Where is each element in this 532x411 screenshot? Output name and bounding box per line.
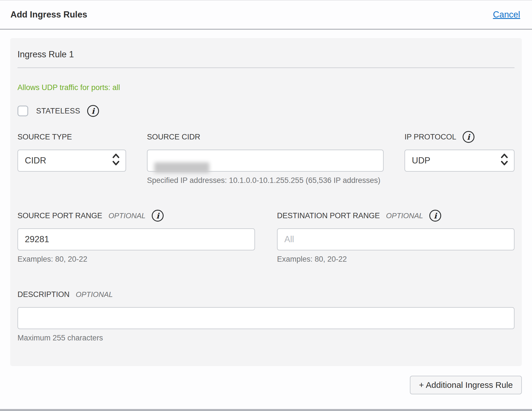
ip-protocol-label: IP PROTOCOL [405,133,456,141]
source-port-input[interactable] [17,228,255,250]
description-helper: Maximum 255 characters [17,334,515,342]
source-cidr-input[interactable] [147,150,384,172]
destination-port-optional-tag: OPTIONAL [386,211,423,220]
destination-port-info-icon[interactable]: i [429,210,441,222]
source-port-info-icon[interactable]: i [152,210,164,222]
source-cidr-label: SOURCE CIDR [147,133,200,141]
ingress-rule-panel: Ingress Rule 1 Allows UDP traffic for po… [10,38,522,366]
stateless-label: STATELESS [36,107,80,115]
description-label: DESCRIPTION [17,290,70,299]
ip-protocol-info-icon[interactable]: i [463,131,474,143]
destination-port-field: DESTINATION PORT RANGE OPTIONAL i Exampl… [277,210,515,264]
destination-port-helper: Examples: 80, 20-22 [277,255,515,264]
traffic-summary-text: Allows UDP traffic for ports: all [17,83,515,92]
description-field: DESCRIPTION OPTIONAL Maximum 255 charact… [17,288,515,342]
additional-ingress-rule-button[interactable]: + Additional Ingress Rule [410,376,522,394]
select-chevrons-icon [111,152,120,169]
additional-rule-row: + Additional Ingress Rule [10,376,522,394]
destination-port-label: DESTINATION PORT RANGE [277,211,380,220]
source-type-value: CIDR [25,156,46,166]
info-icon-glyph: i [156,211,159,220]
source-cidr-field: SOURCE CIDR Specified IP addresses: 10.1… [147,131,384,185]
source-type-select[interactable]: CIDR [17,150,126,172]
info-icon-glyph: i [434,211,437,220]
form-row-ports: SOURCE PORT RANGE OPTIONAL i Examples: 8… [17,210,515,264]
stateless-checkbox[interactable] [17,106,28,116]
ip-protocol-value: UDP [412,156,430,166]
header-cancel-link[interactable]: Cancel [493,10,520,20]
dialog-header: Add Ingress Rules Cancel [0,1,532,30]
ingress-rule-title: Ingress Rule 1 [17,46,515,68]
source-type-field: SOURCE TYPE CIDR [17,131,126,185]
description-optional-tag: OPTIONAL [76,290,113,299]
dialog-body: Ingress Rule 1 Allows UDP traffic for po… [0,30,532,411]
info-icon-glyph: i [467,133,470,141]
source-port-field: SOURCE PORT RANGE OPTIONAL i Examples: 8… [17,210,255,264]
source-port-label: SOURCE PORT RANGE [17,211,102,220]
stateless-row: STATELESS i [17,105,515,117]
source-port-optional-tag: OPTIONAL [109,211,146,220]
source-type-label: SOURCE TYPE [17,133,72,141]
description-input[interactable] [17,307,515,329]
ip-protocol-field: IP PROTOCOL i UDP [405,131,515,185]
ip-protocol-select[interactable]: UDP [405,150,515,172]
source-port-helper: Examples: 80, 20-22 [17,255,255,264]
destination-port-input[interactable] [277,228,515,250]
stateless-info-icon[interactable]: i [87,105,99,117]
form-row-source: SOURCE TYPE CIDR SOURCE CIDR [17,131,515,185]
page-title: Add Ingress Rules [10,10,87,20]
select-chevrons-icon [500,152,509,169]
source-cidr-helper: Specified IP addresses: 10.1.0.0-10.1.25… [147,176,384,185]
bottom-edge-bar [0,409,532,411]
info-icon-glyph: i [91,107,94,115]
